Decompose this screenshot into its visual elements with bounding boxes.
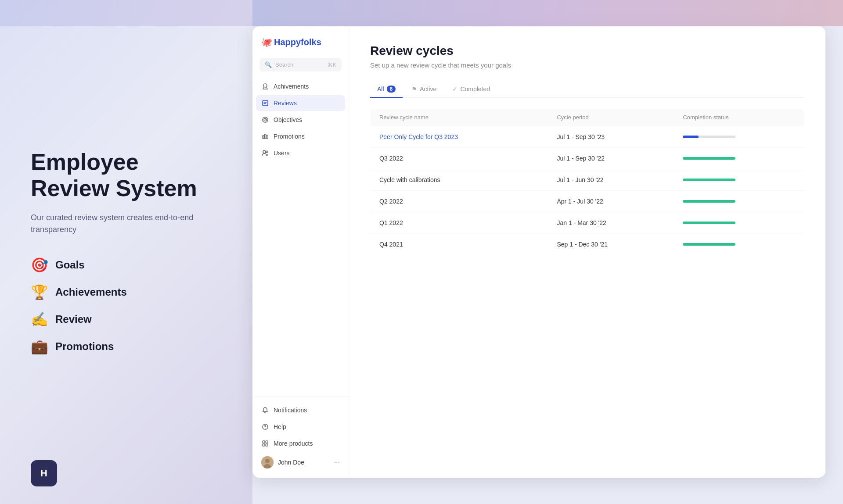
goals-label: Goals — [55, 259, 85, 271]
notifications-icon — [261, 406, 269, 414]
sidebar-item-reviews[interactable]: Reviews — [256, 95, 345, 111]
progress-fill — [683, 157, 735, 160]
right-panel: 🐙 Happyfolks 🔍 Search ⌘K Ach — [252, 0, 843, 504]
svg-rect-6 — [265, 134, 266, 139]
feature-review: ✍️ Review — [31, 311, 222, 328]
page-subtitle: Set up a new review cycle that meets you… — [370, 61, 804, 69]
svg-point-9 — [266, 151, 268, 153]
achievements-emoji: 🏆 — [31, 284, 48, 300]
svg-rect-1 — [263, 100, 268, 106]
cycle-period-cell: Sep 1 - Dec 30 '21 — [548, 234, 674, 255]
tabs-bar: All 6 ⚑ Active ✓ Completed — [370, 81, 804, 98]
svg-rect-13 — [266, 441, 268, 443]
feature-goals: 🎯 Goals — [31, 257, 222, 273]
bottom-logo-icon: H — [31, 460, 57, 486]
cycle-name-cell: Q2 2022 — [371, 191, 548, 212]
notifications-label: Notifications — [274, 407, 307, 414]
more-products-icon — [261, 440, 269, 447]
search-icon: 🔍 — [265, 61, 272, 68]
cycle-name-cell: Q1 2022 — [371, 212, 548, 234]
tab-active-label: Active — [420, 86, 436, 93]
logo-icon: 🐙 — [261, 37, 272, 47]
cycle-name-cell[interactable]: Peer Only Cycle for Q3 2023 — [371, 126, 548, 148]
col-header-period: Cycle period — [548, 109, 674, 126]
sidebar-item-objectives[interactable]: Objectives — [256, 112, 345, 128]
cycle-status-cell — [674, 148, 804, 169]
svg-point-4 — [265, 119, 266, 120]
reviews-nav-icon — [261, 99, 269, 107]
help-label: Help — [274, 423, 286, 430]
svg-rect-15 — [266, 444, 268, 446]
sidebar-item-users[interactable]: Users — [256, 145, 345, 161]
table-row: Q3 2022Jul 1 - Sep 30 '22 — [371, 148, 804, 169]
cycle-name-cell: Q4 2021 — [371, 234, 548, 255]
svg-rect-5 — [263, 136, 264, 139]
svg-point-11 — [265, 428, 266, 429]
progress-bar — [683, 222, 735, 224]
cycle-status-cell — [674, 169, 804, 191]
cycle-name-link[interactable]: Peer Only Cycle for Q3 2023 — [379, 133, 458, 140]
cycle-period-cell: Jul 1 - Sep 30 '22 — [548, 148, 674, 169]
tab-completed-label: Completed — [460, 86, 490, 93]
tab-all-label: All — [377, 86, 384, 93]
progress-bar-container — [683, 136, 735, 138]
promotions-nav-label: Promotions — [274, 133, 305, 140]
notifications-item[interactable]: Notifications — [256, 402, 345, 418]
main-content: Review cycles Set up a new review cycle … — [349, 26, 825, 478]
cycle-period-cell: Jul 1 - Sep 30 '23 — [548, 126, 674, 148]
app-container: 🐙 Happyfolks 🔍 Search ⌘K Ach — [252, 26, 825, 478]
more-products-item[interactable]: More products — [256, 436, 345, 451]
achievements-nav-label: Achivements — [274, 83, 309, 90]
table-row: Peer Only Cycle for Q3 2023Jul 1 - Sep 3… — [371, 126, 804, 148]
cycle-status-cell — [674, 191, 804, 212]
progress-fill — [683, 200, 735, 203]
col-header-status: Completion status — [674, 109, 804, 126]
active-tab-icon: ⚑ — [411, 86, 417, 93]
user-menu-icon[interactable]: ··· — [334, 458, 340, 466]
svg-rect-14 — [263, 444, 265, 446]
sidebar: 🐙 Happyfolks 🔍 Search ⌘K Ach — [252, 26, 349, 478]
objectives-nav-icon — [261, 116, 269, 124]
progress-bar — [683, 157, 735, 160]
main-subtitle: Our curated review system creates end-to… — [31, 212, 222, 236]
progress-bar — [683, 136, 735, 138]
promotions-label: Promotions — [55, 340, 114, 353]
search-bar[interactable]: 🔍 Search ⌘K — [259, 58, 342, 71]
progress-fill — [683, 222, 735, 224]
tab-completed[interactable]: ✓ Completed — [445, 81, 497, 98]
user-name: John Doe — [278, 459, 330, 466]
progress-bar-container — [683, 243, 735, 246]
progress-bar-container — [683, 179, 735, 181]
cycle-period-cell: Apr 1 - Jul 30 '22 — [548, 191, 674, 212]
help-item[interactable]: Help — [256, 419, 345, 435]
page-title: Review cycles — [370, 44, 804, 58]
svg-point-0 — [263, 84, 267, 87]
promotions-emoji: 💼 — [31, 338, 48, 355]
feature-achievements: 🏆 Achievements — [31, 284, 222, 300]
left-panel: Employee Review System Our curated revie… — [0, 0, 252, 504]
user-avatar — [261, 456, 274, 468]
sidebar-bottom: Notifications Help — [252, 397, 349, 478]
user-row[interactable]: John Doe ··· — [256, 452, 345, 472]
cycle-status-cell — [674, 126, 804, 148]
svg-point-8 — [263, 150, 266, 153]
table-row: Cycle with calibrationsJul 1 - Jun 30 '2… — [371, 169, 804, 191]
tab-all[interactable]: All 6 — [370, 81, 403, 98]
sidebar-item-achievements[interactable]: Achivements — [256, 79, 345, 94]
table-row: Q1 2022Jan 1 - Mar 30 '22 — [371, 212, 804, 234]
tab-active[interactable]: ⚑ Active — [404, 81, 443, 98]
table-row: Q4 2021Sep 1 - Dec 30 '21 — [371, 234, 804, 255]
achievements-nav-icon — [261, 82, 269, 90]
review-cycles-table: Review cycle name Cycle period Completio… — [370, 108, 804, 255]
tab-all-badge: 6 — [387, 86, 396, 93]
svg-point-17 — [265, 459, 270, 463]
cycle-period-cell: Jan 1 - Mar 30 '22 — [548, 212, 674, 234]
nav-section: Achivements Reviews — [252, 79, 349, 397]
top-gradient-bar — [252, 0, 843, 26]
col-header-name: Review cycle name — [371, 109, 548, 126]
cycle-status-cell — [674, 212, 804, 234]
feature-list: 🎯 Goals 🏆 Achievements ✍️ Review 💼 Promo… — [31, 257, 222, 355]
search-placeholder-text: Search — [275, 61, 324, 68]
table-row: Q2 2022Apr 1 - Jul 30 '22 — [371, 191, 804, 212]
sidebar-item-promotions[interactable]: Promotions — [256, 129, 345, 144]
